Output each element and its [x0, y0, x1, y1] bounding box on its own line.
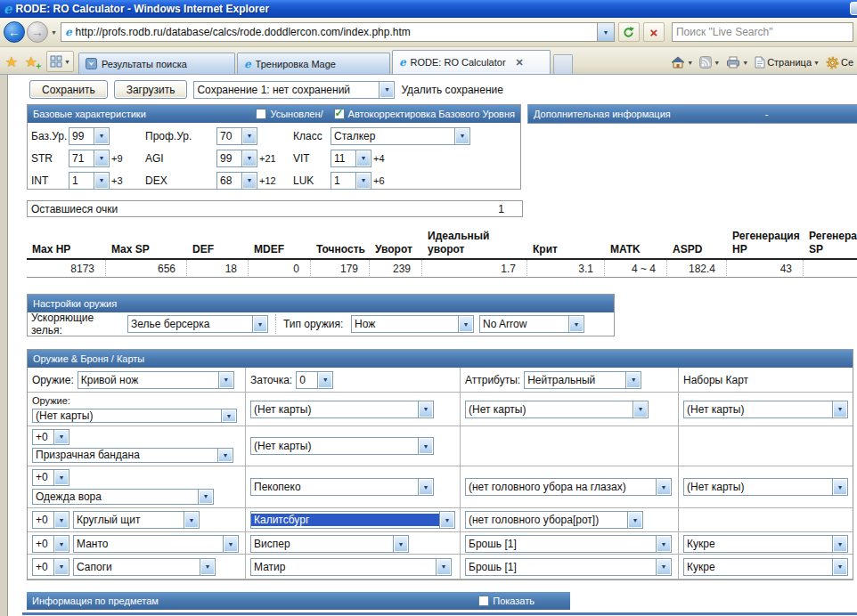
accessory2-card-select[interactable]: Кукре▼ — [683, 558, 848, 576]
int-select[interactable]: 1▼ — [69, 172, 110, 190]
load-button[interactable]: Загрузить — [114, 80, 188, 99]
quick-tabs-button[interactable]: ▼ — [46, 51, 74, 72]
dropdown-arrow-icon: ▼ — [223, 536, 238, 552]
base-level-select[interactable]: 99▼ — [69, 127, 110, 145]
tab-search-results[interactable]: Результаты поиска — [78, 53, 235, 74]
str-select[interactable]: 71▼ — [69, 150, 110, 167]
close-tab-icon[interactable]: ✕ — [516, 57, 524, 69]
str-label: STR — [31, 152, 69, 165]
print-button[interactable]: ▼ — [724, 54, 750, 70]
search-box[interactable] — [672, 22, 853, 42]
upgrade-select[interactable]: +0▼ — [32, 558, 69, 576]
save-slot-select[interactable]: Сохранение 1: нет сохранений ▼ — [193, 81, 395, 99]
accessory1-card-select[interactable]: Кукре▼ — [683, 535, 848, 553]
show-items-checkbox[interactable] — [478, 596, 489, 606]
stat-value: 18 — [187, 260, 249, 278]
address-field[interactable]: e ▼ — [61, 22, 615, 42]
home-button[interactable]: ▼ — [669, 54, 695, 70]
url-input[interactable] — [76, 26, 593, 38]
tab-training-mage[interactable]: e Тренировка Mage — [237, 53, 390, 74]
upgrade-select[interactable]: +0▼ — [32, 429, 69, 445]
armor-select[interactable]: Одежда вора▼ — [32, 489, 214, 506]
print-dropdown-icon[interactable]: ▼ — [742, 60, 748, 66]
favorites-button[interactable]: ★ — [2, 50, 21, 73]
address-dropdown-icon[interactable]: ▼ — [597, 23, 614, 41]
window-control-partial[interactable] — [850, 2, 857, 15]
command-toolbar: ▼ ▼ ▼ — [669, 51, 855, 74]
refresh-button[interactable] — [618, 22, 640, 42]
luk-select[interactable]: 1▼ — [331, 172, 371, 190]
class-select[interactable]: Сталкер▼ — [331, 127, 470, 145]
potion-select[interactable]: Зелье берсерка▼ — [127, 315, 268, 333]
home-dropdown-icon[interactable]: ▼ — [687, 60, 693, 66]
stat-row: INT 1▼ +3 DEX 68▼ +12 LUK 1▼ +6 — [28, 169, 520, 191]
back-button[interactable]: ← — [4, 21, 25, 43]
tools-menu-button[interactable]: Се — [824, 54, 855, 71]
card-select[interactable]: (Нет карты)▼ — [683, 478, 848, 496]
adopted-checkbox[interactable] — [256, 109, 266, 119]
accessory1-select[interactable]: Брошь [1]▼ — [465, 535, 672, 553]
ie-favicon-icon: e — [244, 58, 251, 70]
upgrade-select[interactable]: +0▼ — [32, 511, 69, 529]
page-menu-button[interactable]: Страница ▼ — [753, 54, 821, 70]
vit-select[interactable]: 11▼ — [331, 150, 371, 167]
weapon-card-select[interactable]: (Нет карты)▼ — [465, 401, 649, 418]
weapon-type-select[interactable]: Нож▼ — [351, 315, 474, 333]
accessory1-cell: Брошь [1]▼ — [461, 532, 679, 555]
refine-select[interactable]: 0▼ — [296, 371, 333, 389]
add-favorite-button[interactable]: ★ ＋ — [21, 50, 41, 73]
upgrade-select[interactable]: +0▼ — [32, 535, 69, 553]
job-level-select[interactable]: 70▼ — [216, 127, 257, 145]
upper-headgear-cell: +0▼ Призрачная бандана▼ — [28, 426, 246, 466]
base-stats-panel: Базовые характеристики Усыновлен/ Автоко… — [27, 104, 521, 190]
upgrade-select[interactable]: +0▼ — [32, 469, 69, 486]
stat-value: 179 — [311, 260, 370, 278]
stat-value: 4 ~ 4 — [605, 260, 667, 278]
weapon-card-select[interactable]: (Нет карты)▼ — [250, 401, 434, 418]
page-dropdown-icon[interactable]: ▼ — [813, 60, 820, 66]
page-content: Сохранить Загрузить Сохранение 1: нет со… — [0, 75, 857, 616]
garment-select[interactable]: Манто▼ — [73, 535, 239, 553]
shoes-card-select[interactable]: Матир▼ — [250, 558, 452, 576]
save-button[interactable]: Сохранить — [29, 80, 108, 99]
dex-label: DEX — [145, 174, 216, 187]
attribute-select[interactable]: Нейтральный▼ — [524, 371, 641, 389]
forward-button[interactable]: → — [27, 21, 48, 43]
feeds-dropdown-icon[interactable]: ▼ — [714, 60, 720, 66]
dropdown-arrow-icon: ▼ — [53, 470, 69, 485]
agi-select[interactable]: 99▼ — [216, 150, 257, 167]
dropdown-arrow-icon: ▼ — [217, 449, 233, 463]
tab-ro-calculator[interactable]: e RODE: RO Calculator ✕ — [392, 50, 551, 74]
dex-select[interactable]: 68▼ — [216, 172, 257, 190]
history-dropdown-icon[interactable]: ▼ — [51, 29, 57, 36]
mid-headgear-select[interactable]: (нет головного убора на глазах)▼ — [465, 478, 672, 496]
attribute-label: Аттрибуты: — [465, 374, 520, 386]
search-input[interactable] — [676, 26, 849, 38]
title-bar: e RODE: RO Calculator - Windows Internet… — [0, 0, 857, 18]
garment-cell: +0▼ Манто▼ — [28, 532, 246, 555]
weapon-select[interactable]: Кривой нож▼ — [78, 371, 234, 389]
garment-card-select[interactable]: Виспер▼ — [250, 535, 409, 553]
new-tab-button[interactable] — [553, 54, 573, 74]
feeds-button[interactable]: ▼ — [698, 54, 722, 70]
accessory2-select[interactable]: Брошь [1]▼ — [465, 558, 672, 576]
arrow-select[interactable]: No Arrow▼ — [479, 315, 584, 333]
shield-card-select[interactable]: Калитсбург▼ — [250, 511, 455, 529]
shield-select[interactable]: Круглый щит▼ — [73, 511, 200, 529]
upper-headgear-select[interactable]: Призрачная бандана▼ — [32, 448, 233, 464]
delete-save-button[interactable]: Удалить сохранение — [401, 84, 502, 96]
headgear-card-select[interactable]: (Нет карты)▼ — [250, 437, 434, 455]
int-label: INT — [31, 174, 69, 187]
weapon-card-cell: (Нет карты)▼ — [246, 393, 461, 426]
autocorrect-checkbox[interactable] — [334, 109, 345, 119]
armor-card-select[interactable]: Пекопеко▼ — [250, 478, 434, 496]
shoes-select[interactable]: Сапоги▼ — [73, 558, 216, 576]
accessory1-card-cell: Кукре▼ — [679, 532, 853, 555]
dropdown-arrow-icon: ▼ — [241, 128, 257, 144]
weapon-card-select[interactable]: (Нет карты)▼ — [683, 401, 848, 418]
stop-button[interactable]: × — [643, 22, 665, 42]
extra-info-header: Дополнительная информация - — [528, 105, 857, 123]
weapon-card-select[interactable]: (Нет карты)▼ — [32, 409, 237, 423]
quick-tabs-dropdown-icon[interactable]: ▼ — [64, 59, 70, 65]
lower-headgear-select[interactable]: (нет головного убора[рот])▼ — [465, 511, 643, 529]
